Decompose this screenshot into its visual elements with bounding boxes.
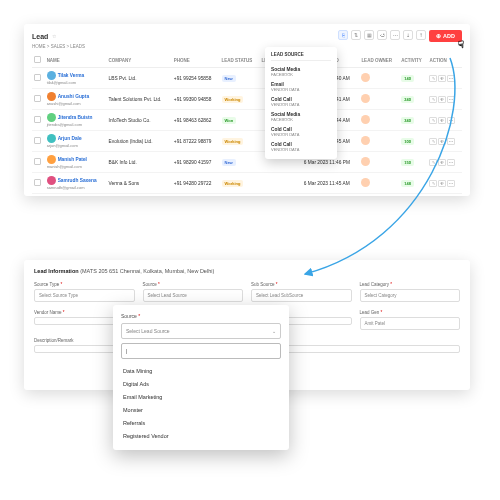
avatar [47,71,56,80]
action-view[interactable]: 👁 [438,138,446,145]
action-view[interactable]: 👁 [438,75,446,82]
dropdown-option[interactable]: Referrals [121,416,281,429]
lead-email: arjun@gmail.com [47,143,78,148]
row-checkbox[interactable] [34,116,41,123]
action-more[interactable]: ⋯ [447,138,455,145]
action-edit[interactable]: ✎ [429,96,437,103]
col-header[interactable]: ACTIVITY [399,53,427,68]
phone: +91 99390 94858 [172,89,220,110]
lead-name[interactable]: Tilak Verma [58,73,85,78]
action-more[interactable]: ⋯ [447,180,455,187]
tool-icon[interactable]: ⭯ [377,30,387,40]
activity-badge: 150 [401,159,414,166]
dropdown-option[interactable]: Email Marketing [121,390,281,403]
action-view[interactable]: 👁 [438,96,446,103]
col-header[interactable]: NAME [45,53,107,68]
dropdown-option[interactable]: Digital Ads [121,377,281,390]
row-checkbox[interactable] [34,74,41,81]
owner-avatar[interactable] [361,157,370,166]
table-row[interactable]: Anushi Guptaanushi@gmail.comTalent Solut… [32,89,462,110]
activity-badge: 140 [401,75,414,82]
status-badge: New [222,159,236,166]
lead-email: manish@gmail.com [47,164,82,169]
company: InfoTech Studio Co. [107,110,172,131]
action-view[interactable]: 👁 [438,117,446,124]
tool-icon[interactable]: ⋯ [390,30,400,40]
table-row[interactable]: Tilak Vermatilak@gmail.comLBS Pvt. Ltd.+… [32,68,462,89]
table-row[interactable]: Samrudh Saxenasamrudh@gmail.comVerma & S… [32,173,462,194]
col-header[interactable]: ACTION [427,53,462,68]
tool-icon[interactable]: ⤒ [416,30,426,40]
action-more[interactable]: ⋯ [447,75,455,82]
favorite-icon[interactable]: ☆ [52,33,56,39]
select-all[interactable] [34,56,41,63]
action-edit[interactable]: ✎ [429,159,437,166]
status-badge: Won [222,117,237,124]
phone: +91 98463 62862 [172,110,220,131]
field-input[interactable]: Select Lead SubSource [251,289,352,302]
add-button[interactable]: ⊕ ADD ☟ [429,30,462,42]
source-item[interactable]: Social MediaFACEBOOK [271,109,331,124]
dropdown-select[interactable]: Select Lead Source⌄ [121,323,281,339]
field-input[interactable]: Amit Patel [360,317,461,330]
created-date: 6 Mar 2023 11:45 AM [302,173,360,194]
owner-avatar[interactable] [361,94,370,103]
field-input[interactable]: Select Lead Source [143,289,244,302]
dropdown-option[interactable]: Monster [121,403,281,416]
table-row[interactable]: Jitendra Buistnjitendra@gmail.comInfoTec… [32,110,462,131]
form-field: Sub SourceSelect Lead SubSource [251,282,352,302]
col-header[interactable]: PHONE [172,53,220,68]
action-view[interactable]: 👁 [438,180,446,187]
action-edit[interactable]: ✎ [429,75,437,82]
action-more[interactable]: ⋯ [447,159,455,166]
col-header[interactable]: LEAD STATUS [220,53,260,68]
owner-avatar[interactable] [361,73,370,82]
dropdown-option[interactable]: Registered Vendor [121,429,281,442]
row-checkbox[interactable] [34,137,41,144]
add-label: ADD [443,33,455,39]
owner-avatar[interactable] [361,136,370,145]
lead-name[interactable]: Jitendra Buistn [58,115,93,120]
table-row[interactable]: Manish Patelmanish@gmail.comB&K Info Ltd… [32,152,462,173]
tool-icon[interactable]: ⤓ [403,30,413,40]
breadcrumb[interactable]: HOME > SALES > LEADS [32,44,462,49]
lead-name[interactable]: Manish Patel [58,157,87,162]
col-header[interactable]: COMPANY [107,53,172,68]
action-more[interactable]: ⋯ [447,96,455,103]
status-badge: New [222,75,236,82]
dropdown-search[interactable]: | [121,343,281,359]
filter-icon[interactable]: ⎘ [338,30,348,40]
field-input[interactable]: Select Category [360,289,461,302]
company: B&K Info Ltd. [107,152,172,173]
activity-badge: 240 [401,96,414,103]
lead-name[interactable]: Samrudh Saxena [58,178,97,183]
row-checkbox[interactable] [34,158,41,165]
action-edit[interactable]: ✎ [429,138,437,145]
lead-name[interactable]: Anushi Gupta [58,94,89,99]
company: Verma & Sons [107,173,172,194]
lead-name[interactable]: Arjun Dale [58,136,82,141]
col-header[interactable]: LEAD OWNER [359,53,399,68]
section-header: Lead Information (MATS 205 651 Chennai, … [34,268,460,274]
field-input[interactable]: Select Source Type [34,289,135,302]
activity-badge: 148 [401,180,414,187]
tool-icon[interactable]: ⇅ [351,30,361,40]
avatar [47,134,56,143]
source-item[interactable]: Social MediaFACEBOOK [271,64,331,79]
source-item[interactable]: Cold CallVENDOR DATA [271,124,331,139]
action-view[interactable]: 👁 [438,159,446,166]
row-checkbox[interactable] [34,179,41,186]
chevron-down-icon: ⌄ [272,328,276,334]
action-edit[interactable]: ✎ [429,117,437,124]
source-item[interactable]: EmailVENDOR DATA [271,79,331,94]
source-item[interactable]: Cold CallVENDOR DATA [271,139,331,154]
action-more[interactable]: ⋯ [447,117,455,124]
owner-avatar[interactable] [361,178,370,187]
table-row[interactable]: Arjun Dalearjun@gmail.comEvolution (Indi… [32,131,462,152]
dropdown-option[interactable]: Data Mining [121,364,281,377]
row-checkbox[interactable] [34,95,41,102]
action-edit[interactable]: ✎ [429,180,437,187]
source-item[interactable]: Cold CallVENDOR DATA [271,94,331,109]
tool-icon[interactable]: ▦ [364,30,374,40]
owner-avatar[interactable] [361,115,370,124]
